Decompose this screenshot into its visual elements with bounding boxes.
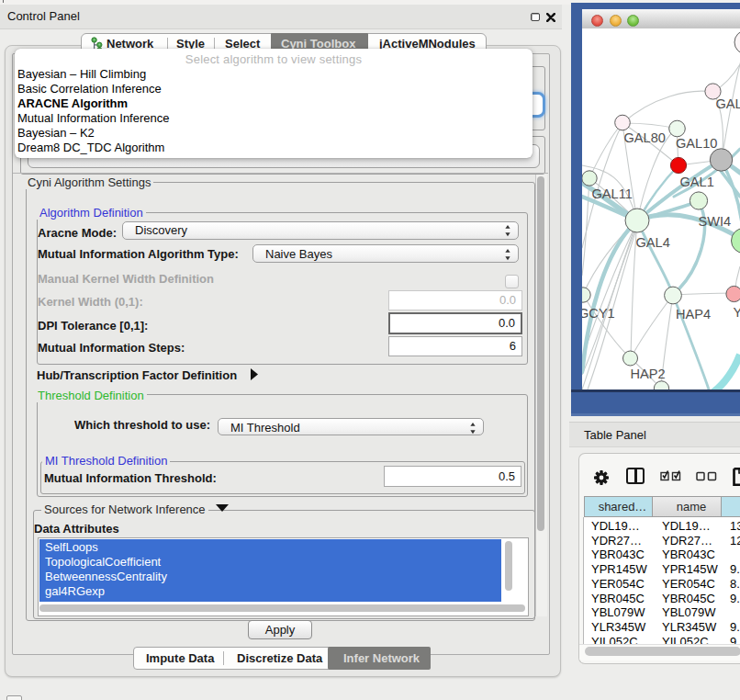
svg-text:GAL10: GAL10 <box>676 136 717 151</box>
svg-text:SWI4: SWI4 <box>699 214 732 229</box>
svg-text:GAL: GAL <box>716 96 740 111</box>
svg-text:HAP4: HAP4 <box>676 307 711 322</box>
svg-text:GAL1: GAL1 <box>680 175 714 189</box>
svg-text:Y: Y <box>734 305 740 320</box>
svg-text:GCY1: GCY1 <box>582 306 615 321</box>
svg-text:GAL11: GAL11 <box>592 186 633 201</box>
svg-text:HAP2: HAP2 <box>631 367 666 381</box>
svg-text:GAL80: GAL80 <box>624 130 666 145</box>
svg-text:GAL4: GAL4 <box>636 235 670 250</box>
